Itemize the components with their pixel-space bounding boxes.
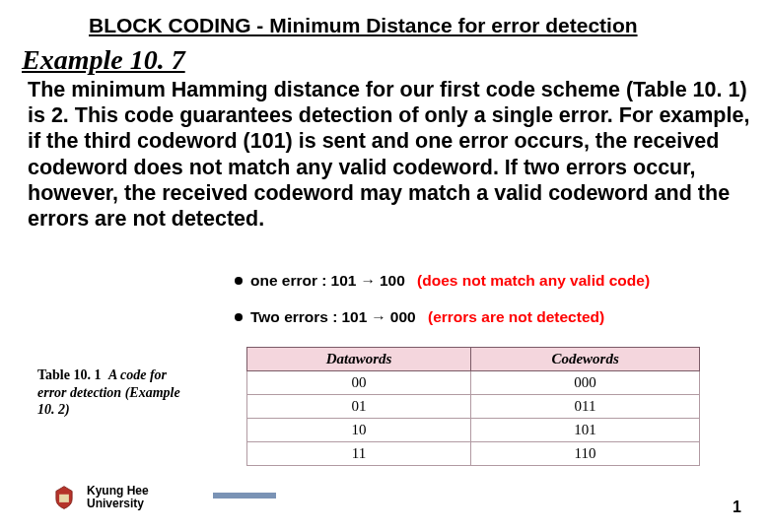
bullet-one-to: 100 <box>380 272 405 290</box>
table-row: 01 011 <box>247 395 700 419</box>
table-row: 10 101 <box>247 419 700 442</box>
cell-codeword: 101 <box>471 419 700 442</box>
bullet-one-error: one error : 101 → 100 (does not match an… <box>235 272 650 290</box>
cell-codeword: 000 <box>471 371 700 395</box>
bullet-two-from: 101 <box>341 308 367 326</box>
bullet-one-note: (does not match any valid code) <box>417 272 650 290</box>
cell-codeword: 011 <box>471 395 700 419</box>
table-row: 11 110 <box>247 442 700 466</box>
arrow-right-icon: → <box>371 308 386 326</box>
cell-dataword: 11 <box>247 442 471 466</box>
cell-dataword: 10 <box>247 419 471 442</box>
university-name: Kyung Hee University <box>87 485 149 510</box>
cell-dataword: 00 <box>247 371 471 395</box>
table-caption: Table 10. 1 A code for error detection (… <box>37 366 195 419</box>
bullet-dot-icon <box>235 277 243 285</box>
bullet-two-label: Two errors : <box>250 308 337 326</box>
body-paragraph: The minimum Hamming distance for our fir… <box>28 77 761 232</box>
bullet-two-errors: Two errors : 101 → 000 (errors are not d… <box>235 308 604 326</box>
table-header-row: Datawords Codewords <box>247 348 700 371</box>
col-codewords: Codewords <box>471 348 700 371</box>
footer-divider <box>213 493 276 499</box>
footer: Kyung Hee University <box>51 485 149 510</box>
cell-codeword: 110 <box>471 442 700 466</box>
col-datawords: Datawords <box>247 348 471 371</box>
bullet-one-from: 101 <box>331 272 357 290</box>
bullet-two-to: 000 <box>390 308 416 326</box>
university-crest-icon <box>51 485 77 510</box>
caption-prefix: Table 10. 1 <box>37 367 101 382</box>
uni-line1: Kyung Hee <box>87 485 149 498</box>
slide-title: BLOCK CODING - Minimum Distance for erro… <box>89 14 710 37</box>
bullet-two-note: (errors are not detected) <box>428 308 604 326</box>
arrow-right-icon: → <box>360 272 376 290</box>
table-row: 00 000 <box>247 371 700 395</box>
example-label: Example 10. 7 <box>22 44 185 76</box>
page-number: 1 <box>733 499 741 516</box>
bullet-one-label: one error : <box>250 272 327 290</box>
uni-line2: University <box>87 498 149 510</box>
code-table: Datawords Codewords 00 000 01 011 10 101… <box>246 347 700 466</box>
cell-dataword: 01 <box>247 395 471 419</box>
bullet-dot-icon <box>235 313 243 321</box>
